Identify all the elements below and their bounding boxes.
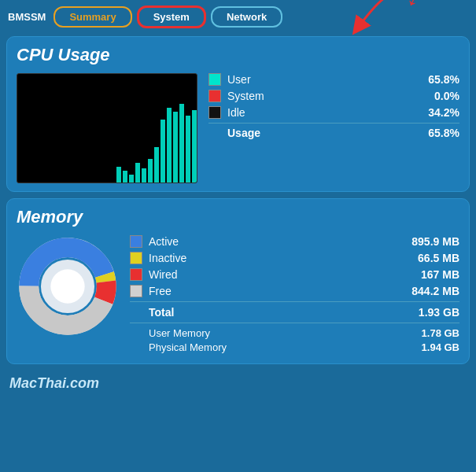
cpu-bars xyxy=(116,104,197,183)
cpu-bar xyxy=(129,175,134,183)
cpu-idle-row: Idle 34.2% xyxy=(208,106,459,119)
cpu-bar xyxy=(154,147,159,183)
main-content: CPU Usage xyxy=(0,33,476,371)
cpu-title: CPU Usage xyxy=(17,45,459,65)
cpu-usage-value: 65.8% xyxy=(416,127,459,139)
memory-free-value: 844.2 MB xyxy=(411,285,459,297)
memory-title: Memory xyxy=(17,207,459,227)
cpu-user-label: User xyxy=(227,73,410,86)
cpu-bar xyxy=(148,159,153,183)
cpu-inner: User 65.8% System 0.0% Idle 34.2% Usage … xyxy=(17,73,459,183)
cpu-section: CPU Usage xyxy=(6,36,470,192)
cpu-graph xyxy=(17,73,197,183)
memory-wired-value: 167 MB xyxy=(416,268,459,281)
memory-section: Memory xyxy=(6,198,470,364)
tab-summary[interactable]: Summary xyxy=(54,6,131,28)
cpu-idle-color xyxy=(208,106,221,119)
memory-user-row: User Memory 1.78 GB xyxy=(130,327,459,339)
cpu-bar xyxy=(173,112,178,183)
cpu-system-row: System 0.0% xyxy=(208,90,459,102)
cpu-bar xyxy=(135,163,140,183)
cpu-usage-row: Usage 65.8% xyxy=(208,127,459,139)
memory-free-row: Free 844.2 MB xyxy=(130,285,459,297)
cpu-user-color xyxy=(208,73,221,86)
cpu-user-row: User 65.8% xyxy=(208,73,459,86)
memory-wired-color xyxy=(130,268,142,281)
cpu-system-value: 0.0% xyxy=(416,90,459,102)
memory-active-row: Active 895.9 MB xyxy=(130,235,459,248)
svg-point-6 xyxy=(50,269,84,303)
memory-user-label: User Memory xyxy=(130,327,400,339)
memory-active-label: Active xyxy=(149,235,405,248)
memory-inactive-label: Inactive xyxy=(149,252,410,264)
cpu-system-color xyxy=(208,90,221,102)
memory-inactive-value: 66.5 MB xyxy=(416,252,459,264)
memory-wired-row: Wired 167 MB xyxy=(130,268,459,281)
arrow-indicator: ↓ xyxy=(403,0,426,13)
memory-physical-label: Physical Memory xyxy=(130,341,400,353)
cpu-stats: User 65.8% System 0.0% Idle 34.2% Usage … xyxy=(208,73,459,139)
memory-free-label: Free xyxy=(149,285,405,297)
memory-user-value: 1.78 GB xyxy=(400,327,459,339)
memory-stats: Active 895.9 MB Inactive 66.5 MB Wired 1… xyxy=(130,235,459,356)
cpu-bar xyxy=(142,168,146,183)
header: BMSSM Summary System Network ↓ xyxy=(0,0,476,33)
cpu-idle-label: Idle xyxy=(227,106,410,119)
cpu-idle-value: 34.2% xyxy=(416,106,459,119)
memory-inner: Active 895.9 MB Inactive 66.5 MB Wired 1… xyxy=(17,235,459,356)
memory-physical-value: 1.94 GB xyxy=(400,341,459,353)
cpu-bar xyxy=(186,116,190,183)
memory-total-row: Total 1.93 GB xyxy=(130,306,459,319)
cpu-bar xyxy=(123,171,127,183)
memory-physical-row: Physical Memory 1.94 GB xyxy=(130,341,459,353)
footer: MacThai.com xyxy=(0,371,476,395)
memory-active-color xyxy=(130,235,142,248)
cpu-user-value: 65.8% xyxy=(416,73,459,86)
memory-inactive-color xyxy=(130,252,142,264)
footer-label: MacThai.com xyxy=(9,375,99,391)
memory-total-divider xyxy=(130,301,459,302)
cpu-divider xyxy=(208,123,459,124)
cpu-bar xyxy=(179,104,184,183)
cpu-bar xyxy=(167,108,172,183)
tab-network[interactable]: Network xyxy=(211,6,282,28)
cpu-bar xyxy=(116,167,121,183)
cpu-usage-label: Usage xyxy=(208,127,416,139)
tab-system[interactable]: System xyxy=(137,6,206,28)
cpu-bar xyxy=(161,120,165,183)
memory-wired-label: Wired xyxy=(149,268,410,281)
donut-chart-svg xyxy=(17,235,119,337)
memory-total-value: 1.93 GB xyxy=(416,306,459,319)
memory-total-label: Total xyxy=(130,306,416,319)
cpu-system-label: System xyxy=(227,90,410,102)
cpu-bar xyxy=(192,110,197,183)
memory-donut xyxy=(17,235,119,337)
memory-free-color xyxy=(130,285,142,297)
memory-inactive-row: Inactive 66.5 MB xyxy=(130,252,459,264)
memory-active-value: 895.9 MB xyxy=(411,235,459,248)
memory-sub-divider xyxy=(130,323,459,323)
app-title: BMSSM xyxy=(8,11,46,23)
